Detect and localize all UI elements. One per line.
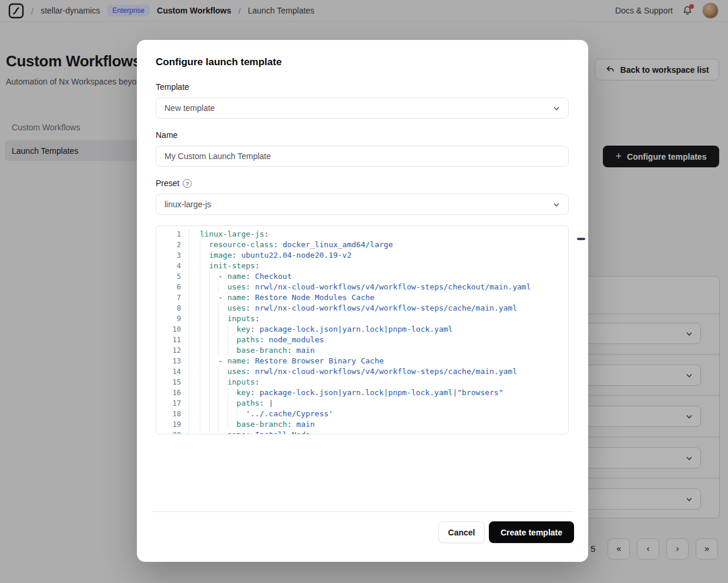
code-line: 3image: ubuntu22.04-node20.19-v2 <box>156 250 568 261</box>
chevron-down-icon <box>552 105 561 113</box>
code-editor-lines: 1linux-large-js:2resource-class: docker_… <box>156 229 568 434</box>
preset-select-value: linux-large-js <box>165 200 211 209</box>
code-line: 14uses: nrwl/nx-cloud-workflows/v4/workf… <box>156 366 568 377</box>
code-line: 4init-steps: <box>156 261 568 271</box>
code-line: 15inputs: <box>156 377 568 387</box>
code-line: 13- name: Restore Browser Binary Cache <box>156 356 568 366</box>
code-line: 1linux-large-js: <box>156 229 568 240</box>
code-line: 7- name: Restore Node Modules Cache <box>156 292 568 303</box>
code-line: 17paths: | <box>156 398 568 409</box>
modal-title: Configure launch template <box>156 56 281 68</box>
template-select-value: New template <box>165 103 215 113</box>
code-line: 19base-branch: main <box>156 419 568 430</box>
code-line: 5- name: Checkout <box>156 271 568 282</box>
help-icon[interactable]: ? <box>183 179 192 188</box>
name-input[interactable]: My Custom Launch Template <box>156 146 569 167</box>
code-line: 11paths: node_modules <box>156 335 568 345</box>
code-line: 6uses: nrwl/nx-cloud-workflows/v4/workfl… <box>156 282 568 292</box>
code-line: 16key: package-lock.json|yarn.lock|pnpm-… <box>156 387 568 398</box>
cancel-button[interactable]: Cancel <box>438 521 485 543</box>
yaml-code-editor[interactable]: 1linux-large-js:2resource-class: docker_… <box>156 225 569 434</box>
name-field-label: Name <box>156 130 177 140</box>
configure-launch-template-modal: Configure launch template Template New t… <box>137 40 588 562</box>
code-line: 18'../.cache/Cypress' <box>156 409 568 419</box>
preset-label-text: Preset <box>156 178 179 188</box>
code-line: 20name: Install Node <box>156 430 568 434</box>
preset-field-label: Preset ? <box>156 178 192 188</box>
code-line: 10key: package-lock.json|yarn.lock|pnpm-… <box>156 324 568 335</box>
template-field-label: Template <box>156 82 189 92</box>
chevron-down-icon <box>552 201 561 209</box>
name-input-value: My Custom Launch Template <box>165 151 271 161</box>
editor-scrollbar-thumb[interactable] <box>577 238 585 240</box>
modal-footer-divider <box>151 511 574 512</box>
template-select[interactable]: New template <box>156 97 569 119</box>
preset-select[interactable]: linux-large-js <box>156 194 569 215</box>
create-template-button[interactable]: Create template <box>489 521 574 543</box>
code-line: 2resource-class: docker_linux_amd64/larg… <box>156 240 568 250</box>
code-line: 8uses: nrwl/nx-cloud-workflows/v4/workfl… <box>156 303 568 314</box>
code-line: 12base-branch: main <box>156 345 568 356</box>
code-line: 9inputs: <box>156 314 568 324</box>
